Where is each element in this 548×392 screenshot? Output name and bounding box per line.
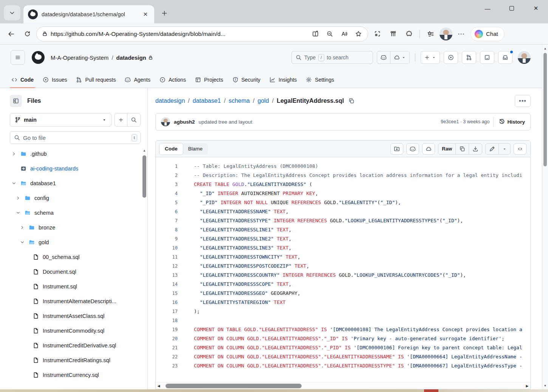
- scroll-up-arrow[interactable]: ▲: [542, 45, 548, 51]
- browser-profile-avatar[interactable]: [440, 28, 452, 40]
- search-tree-button[interactable]: [127, 113, 140, 126]
- history-button[interactable]: History: [493, 117, 525, 127]
- tree-item-instrumentcreditderivative-sql[interactable]: InstrumentCreditDerivative.sql: [10, 339, 141, 352]
- collections-button[interactable]: [386, 27, 400, 41]
- new-tab-button[interactable]: [158, 7, 171, 20]
- chevron-down-icon[interactable]: [10, 181, 18, 186]
- tree-item-instrumentassetclass-sql[interactable]: InstrumentAssetClass.sql: [10, 310, 141, 322]
- branch-selector[interactable]: main: [10, 113, 111, 127]
- commit-meta[interactable]: 9e3cee1 · 3 weeks ago: [441, 119, 489, 124]
- line-number[interactable]: 16: [156, 298, 178, 307]
- goto-file-input[interactable]: Go to file t: [10, 131, 141, 144]
- line-number[interactable]: 12: [156, 262, 178, 271]
- line-number[interactable]: 21: [156, 343, 178, 352]
- tab-issues[interactable]: Issues: [39, 77, 71, 88]
- scroll-down-arrow[interactable]: ▼: [542, 383, 548, 389]
- commit-author-avatar[interactable]: [161, 117, 170, 126]
- tree-item-instrument-sql[interactable]: Instrument.sql: [10, 280, 141, 293]
- line-number[interactable]: 5: [156, 198, 178, 207]
- tree-item-ai-coding-standards[interactable]: ai-coding-standards: [10, 163, 141, 175]
- horizontal-scrollbar[interactable]: ◀ ▶: [156, 382, 530, 389]
- line-number[interactable]: 10: [156, 243, 178, 253]
- back-button[interactable]: [5, 27, 18, 41]
- zoom-button[interactable]: [324, 28, 335, 40]
- issues-button[interactable]: [444, 51, 458, 64]
- line-number[interactable]: 9: [156, 234, 178, 243]
- maximize-button[interactable]: [500, 0, 524, 17]
- raw-button[interactable]: Raw: [438, 144, 455, 154]
- minimize-button[interactable]: —: [475, 0, 500, 17]
- browser-menu-button[interactable]: ⋯: [455, 27, 468, 41]
- chevron-down-icon[interactable]: [14, 211, 22, 215]
- chevron-down-icon[interactable]: [18, 240, 26, 245]
- edit-file-button[interactable]: [486, 144, 498, 154]
- tab-agents[interactable]: Agents: [121, 77, 154, 88]
- page-scrollbar[interactable]: ▲ ▼: [542, 45, 548, 389]
- tab-pull-requests[interactable]: Pull requests: [72, 77, 119, 88]
- tree-item-00-schema-sql[interactable]: 00_schema.sql: [10, 251, 141, 263]
- more-options-button[interactable]: •••: [515, 95, 531, 107]
- github-logo[interactable]: [32, 51, 45, 64]
- copilot-button[interactable]: [377, 51, 390, 64]
- tree-item-instrumentcurrency-sql[interactable]: InstrumentCurrency.sql: [10, 369, 141, 381]
- horizontal-scroll-thumb[interactable]: [166, 384, 302, 388]
- line-number[interactable]: 3: [156, 180, 178, 189]
- add-file-button[interactable]: [115, 113, 127, 126]
- copilot-file-button[interactable]: [406, 143, 419, 155]
- pull-requests-button[interactable]: [462, 51, 476, 64]
- symbols-button[interactable]: [514, 143, 526, 155]
- tab-security[interactable]: Security: [229, 77, 265, 88]
- screenshot-button[interactable]: [370, 27, 384, 41]
- breadcrumb-link-database1[interactable]: database1: [193, 98, 221, 104]
- chevron-right-icon[interactable]: [14, 196, 22, 200]
- refresh-button[interactable]: [20, 27, 34, 41]
- user-avatar[interactable]: [518, 51, 531, 64]
- breadcrumb-link-schema[interactable]: schema: [229, 98, 250, 104]
- tree-item-bronze[interactable]: bronze: [10, 222, 141, 234]
- global-nav-menu-button[interactable]: [11, 50, 25, 65]
- scroll-left-arrow[interactable]: ◀: [156, 384, 162, 388]
- global-search-input[interactable]: Type / to search: [291, 51, 373, 64]
- chevron-right-icon[interactable]: [10, 152, 18, 156]
- create-new-button[interactable]: [421, 51, 440, 64]
- open-symbols-button[interactable]: [390, 143, 403, 155]
- line-number[interactable]: 20: [156, 334, 178, 343]
- tab-projects[interactable]: Projects: [191, 77, 227, 88]
- repo-link[interactable]: datadesign: [116, 54, 153, 61]
- tab-code[interactable]: Code: [8, 77, 37, 88]
- tree-item-schema[interactable]: schema: [10, 207, 141, 219]
- latest-commit-bar[interactable]: agbush2 updated tree and layout 9e3cee1 …: [155, 113, 531, 130]
- line-number[interactable]: 19: [156, 325, 178, 334]
- tab-code[interactable]: Code: [159, 143, 183, 155]
- tree-item-instrumentalternatedescripti-[interactable]: InstrumentAlternateDescripti...: [10, 295, 141, 307]
- edit-dropdown-button[interactable]: [498, 144, 510, 154]
- scroll-up-arrow[interactable]: ▲: [142, 149, 147, 152]
- line-number[interactable]: 6: [156, 207, 178, 216]
- extensions-button[interactable]: [402, 27, 416, 41]
- line-number[interactable]: 4: [156, 189, 178, 198]
- line-number[interactable]: 23: [156, 361, 178, 370]
- read-aloud-button[interactable]: [338, 28, 350, 40]
- notifications-button[interactable]: [498, 51, 512, 64]
- sidebar-scrollbar[interactable]: ▲: [142, 149, 147, 389]
- sidebar-scroll-thumb[interactable]: [142, 155, 146, 198]
- org-link[interactable]: M-A-Operating-System: [51, 54, 108, 61]
- tree-item-instrumentcommodity-sql[interactable]: InstrumentCommodity.sql: [10, 325, 141, 337]
- collapse-sidebar-button[interactable]: [10, 95, 22, 107]
- line-number[interactable]: 17: [156, 307, 178, 316]
- tree-item-config[interactable]: config: [10, 192, 141, 204]
- line-number[interactable]: 1: [156, 162, 178, 171]
- split-screen-button[interactable]: [310, 28, 321, 40]
- code-content[interactable]: 1-- Table: LegalEntityAddress (DMC000001…: [156, 157, 530, 389]
- favorites-bar-button[interactable]: [424, 27, 437, 41]
- breadcrumb-link-gold[interactable]: gold: [257, 98, 269, 104]
- line-number[interactable]: 22: [156, 352, 178, 361]
- line-number[interactable]: 7: [156, 216, 178, 225]
- commit-message[interactable]: updated tree and layout: [199, 119, 437, 125]
- panel-button[interactable]: [480, 51, 494, 64]
- download-raw-button[interactable]: [469, 144, 482, 154]
- tree-item--github[interactable]: .github: [10, 148, 141, 160]
- tree-item-instrumentcreditratings-sql[interactable]: InstrumentCreditRatings.sql: [10, 354, 141, 366]
- copilot-chat-button[interactable]: Chat: [471, 27, 505, 41]
- browser-tab[interactable]: datadesign/database1/schema/gol ✕: [23, 5, 154, 23]
